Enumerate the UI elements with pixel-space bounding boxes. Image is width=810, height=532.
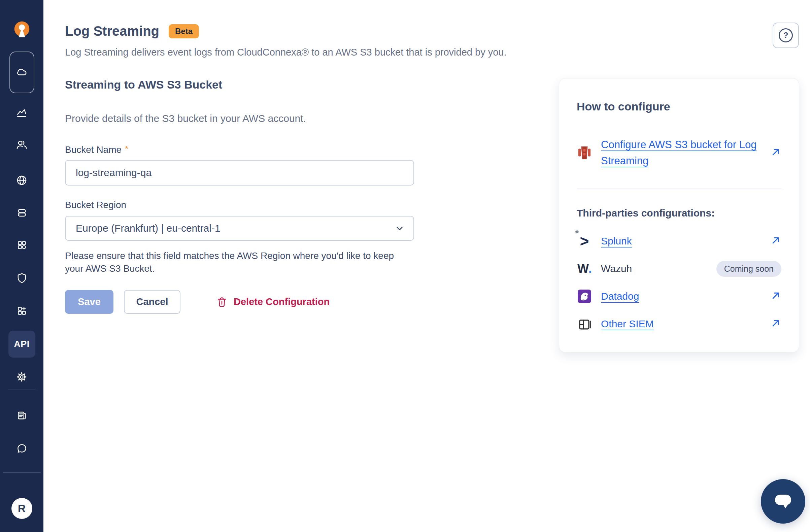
main-content: Log Streaming Beta Log Streaming deliver… <box>44 0 810 532</box>
configure-s3-link[interactable]: Configure AWS S3 bucket for Log Streamin… <box>577 137 781 169</box>
api-label: API <box>14 339 30 350</box>
sidebar-item-integrations[interactable] <box>10 298 34 323</box>
sidebar-item-hosts[interactable] <box>10 200 34 225</box>
third-party-wazuh: W. Wazuh Coming soon <box>577 259 781 278</box>
external-link-icon <box>770 235 781 247</box>
sidebar-item-internet[interactable] <box>10 168 34 193</box>
required-asterisk: * <box>125 144 128 154</box>
cancel-button[interactable]: Cancel <box>124 290 180 314</box>
external-link-icon <box>770 318 781 330</box>
openvpn-logo-icon <box>12 19 32 39</box>
s3-bucket-form: Streaming to AWS S3 Bucket Provide detai… <box>65 78 415 314</box>
help-button[interactable]: ? <box>773 22 799 48</box>
chat-launcher-icon <box>771 489 795 513</box>
shield-icon <box>16 272 28 284</box>
openvpn-logo[interactable] <box>12 19 32 39</box>
server-icon <box>16 207 28 219</box>
chevron-down-icon <box>394 223 405 233</box>
sidebar-divider <box>8 390 35 390</box>
sidebar-item-network[interactable] <box>10 51 34 93</box>
card-divider <box>577 189 781 189</box>
howto-title: How to configure <box>577 100 781 113</box>
configure-s3-link-text: Configure AWS S3 bucket for Log Streamin… <box>601 137 759 169</box>
users-icon <box>16 139 28 151</box>
bucket-region-select[interactable]: Europe (Frankfurt) | eu-central-1 <box>65 216 414 241</box>
sidebar-divider-bottom <box>3 472 41 473</box>
how-to-configure-card: How to configure Configure AWS S3 bucket… <box>559 78 799 353</box>
bucket-region-label: Bucket Region <box>65 200 415 210</box>
sidebar-item-security[interactable] <box>10 266 34 291</box>
sidebar: API <box>0 0 44 532</box>
wazuh-label: Wazuh <box>601 263 632 274</box>
third-parties-heading: Third-parties configurations: <box>577 207 781 219</box>
other-siem-link[interactable]: Other SIEM <box>601 318 654 329</box>
chat-bubble-icon <box>16 442 28 454</box>
bucket-name-input[interactable] <box>65 160 414 186</box>
sidebar-item-users[interactable] <box>10 132 34 157</box>
section-description: Provide details of the S3 bucket in your… <box>65 113 415 124</box>
avatar-initial: R <box>18 502 26 515</box>
splunk-icon: > ® <box>577 233 592 249</box>
add-integration-icon <box>16 305 28 317</box>
sidebar-item-settings[interactable] <box>10 364 34 389</box>
page-title: Log Streaming <box>65 23 159 39</box>
save-button[interactable]: Save <box>65 290 113 314</box>
datadog-link[interactable]: Datadog <box>601 291 639 302</box>
sidebar-item-applications[interactable] <box>10 233 34 258</box>
user-avatar[interactable]: R <box>12 498 32 519</box>
apps-grid-icon <box>16 239 28 251</box>
chat-launcher-button[interactable] <box>761 479 805 523</box>
wazuh-icon: W. <box>577 261 592 276</box>
third-party-list: > ® Splunk W. Wazuh Coming soon <box>577 232 781 333</box>
page-description: Log Streaming delivers event logs from C… <box>65 47 799 58</box>
datadog-icon <box>577 289 592 304</box>
question-mark-icon: ? <box>779 28 793 43</box>
external-link-icon <box>770 146 781 159</box>
bucket-region-helper: Please ensure that this field matches th… <box>65 249 396 275</box>
trash-icon <box>216 296 228 308</box>
external-link-icon <box>770 290 781 303</box>
coming-soon-badge: Coming soon <box>716 261 781 277</box>
form-actions: Save Cancel Delete Configuration <box>65 290 415 314</box>
third-party-splunk[interactable]: > ® Splunk <box>577 232 781 251</box>
chart-icon <box>16 108 28 119</box>
beta-badge: Beta <box>169 24 199 38</box>
delete-configuration-button[interactable]: Delete Configuration <box>216 296 329 308</box>
page-header: Log Streaming Beta <box>65 23 799 39</box>
siem-dashboard-icon <box>577 316 592 332</box>
splunk-link[interactable]: Splunk <box>601 235 632 247</box>
aws-s3-icon <box>577 145 592 161</box>
section-title: Streaming to AWS S3 Bucket <box>65 78 415 91</box>
bucket-region-value: Europe (Frankfurt) | eu-central-1 <box>76 223 221 234</box>
news-icon <box>16 409 28 422</box>
globe-icon <box>16 174 28 187</box>
sidebar-item-support-chat[interactable] <box>10 436 34 461</box>
sidebar-item-news[interactable] <box>10 403 34 428</box>
sidebar-item-api[interactable]: API <box>9 331 35 358</box>
cloud-icon <box>16 66 28 79</box>
third-party-datadog[interactable]: Datadog <box>577 287 781 306</box>
bucket-name-label: Bucket Name * <box>65 144 415 155</box>
gear-icon <box>16 371 28 383</box>
sidebar-item-insights[interactable] <box>10 101 34 126</box>
third-party-other-siem[interactable]: Other SIEM <box>577 315 781 333</box>
